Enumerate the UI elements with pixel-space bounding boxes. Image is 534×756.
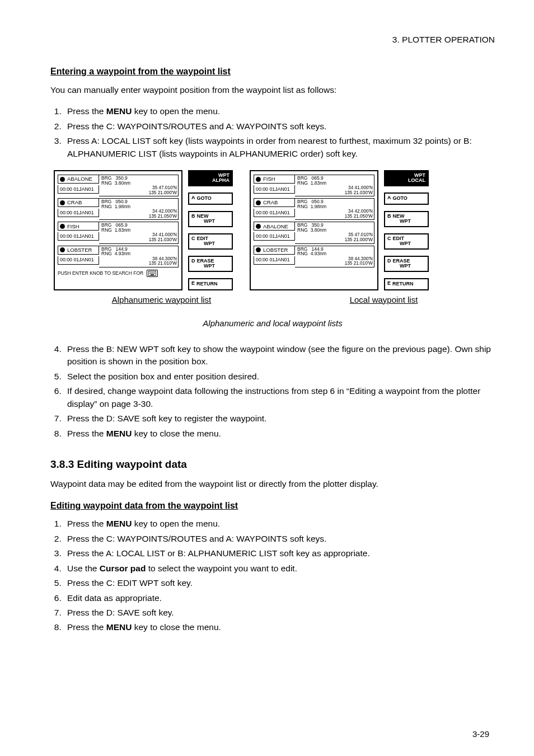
wpt-row: LOBSTERBRG 144.9RNG 4.93nm 00:00 01JAN01… — [254, 246, 374, 267]
steps-list-1: Press the MENU key to open the menu. Pre… — [50, 105, 495, 160]
section-heading-2: 3.8.3 Editing waypoint data — [50, 457, 495, 472]
wpt-row: ABALONEBRG 350.9RNG 3.80nm 00:00 01JAN01… — [58, 175, 179, 196]
waypoint-mark-icon — [256, 247, 261, 252]
softkey-header: WPTALPHA — [188, 170, 233, 186]
section-heading-3: Editing waypoint data from the waypoint … — [50, 499, 495, 512]
alphanumeric-panel: ABALONEBRG 350.9RNG 3.80nm 00:00 01JAN01… — [54, 170, 233, 290]
page-number: 3-29 — [472, 728, 489, 740]
steps-list-1b: Press the B: NEW WPT soft key to show th… — [50, 343, 495, 440]
wpt-row: ABALONEBRG 350.9RNG 3.80nm 00:00 01JAN01… — [254, 222, 374, 243]
local-panel: FISHBRG 065.9RNG 1.83nm 00:00 01JAN0134 … — [250, 170, 429, 290]
softkeys-local: WPTLOCAL AGOTO BNEW WPT CEDIT WPT DERASE… — [384, 170, 429, 290]
step: Press the MENU key to open the menu. — [64, 518, 495, 530]
step: Press the C: WAYPOINTS/ROUTES and A: WAY… — [64, 120, 495, 133]
figure-title: Alphanumeric and local waypoint lists — [50, 317, 495, 330]
softkey-d[interactable]: DERASE WPT — [188, 256, 233, 272]
search-prompt: PUSH ENTER KNOB TO SEARCH FOR — [58, 270, 179, 277]
keyboard-icon — [147, 270, 158, 277]
softkey-b[interactable]: BNEW WPT — [188, 211, 233, 227]
step: Edit data as appropriate. — [64, 592, 495, 604]
step: If desired, change waypoint data followi… — [64, 385, 495, 410]
intro-paragraph-2: Waypoint data may be edited from the way… — [50, 478, 495, 490]
step: Press the C: EDIT WPT soft key. — [64, 577, 495, 589]
waypoint-mark-icon — [60, 224, 65, 229]
waypoint-mark-icon — [60, 247, 65, 252]
softkey-a[interactable]: AGOTO — [384, 192, 429, 205]
softkey-e[interactable]: ERETURN — [384, 278, 429, 290]
step: Press the MENU key to close the menu. — [64, 621, 495, 633]
steps-list-3: Press the MENU key to open the menu. Pre… — [50, 518, 495, 634]
wpt-row: CRABBRG 050.9RNG 1.98nm 00:00 01JAN0134 … — [254, 198, 374, 220]
wpt-row: FISHBRG 065.9RNG 1.83nm 00:00 01JAN0134 … — [254, 175, 374, 196]
figure-captions: Alphanumeric waypoint list Local waypoin… — [50, 294, 495, 306]
caption-alpha: Alphanumeric waypoint list — [112, 295, 212, 304]
waypoint-mark-icon — [60, 200, 65, 205]
wpt-row: FISHBRG 065.9RNG 1.83nm 00:00 01JAN0134 … — [58, 222, 179, 243]
softkey-b[interactable]: BNEW WPT — [384, 211, 429, 227]
listbox-alpha: ABALONEBRG 350.9RNG 3.80nm 00:00 01JAN01… — [54, 170, 182, 290]
softkeys-alpha: WPTALPHA AGOTO BNEW WPT CEDIT WPT DERASE… — [188, 170, 233, 290]
step: Select the position box and enter positi… — [64, 370, 495, 383]
waypoint-mark-icon — [256, 177, 261, 182]
listbox-local: FISHBRG 065.9RNG 1.83nm 00:00 01JAN0134 … — [250, 170, 378, 290]
step: Press the C: WAYPOINTS/ROUTES and A: WAY… — [64, 533, 495, 545]
softkey-header: WPTLOCAL — [384, 170, 429, 186]
svg-rect-3 — [151, 274, 154, 275]
step: Press the D: SAVE soft key to register t… — [64, 412, 495, 425]
step: Press the MENU key to close the menu. — [64, 428, 495, 440]
waypoint-mark-icon — [256, 224, 261, 229]
waypoint-mark-icon — [256, 200, 261, 205]
intro-paragraph-1: You can manually enter waypoint position… — [50, 84, 495, 96]
softkey-c[interactable]: CEDIT WPT — [188, 233, 233, 250]
wpt-row: CRABBRG 050.9RNG 1.98nm 00:00 01JAN0134 … — [58, 198, 179, 220]
step: Press the MENU key to open the menu. — [64, 105, 495, 118]
softkey-c[interactable]: CEDIT WPT — [384, 233, 429, 250]
wpt-row: LOBSTERBRG 144.9RNG 4.93nm 00:00 01JAN01… — [58, 246, 179, 267]
waypoint-list-diagram: ABALONEBRG 350.9RNG 3.80nm 00:00 01JAN01… — [54, 170, 495, 290]
step: Press the B: NEW WPT soft key to show th… — [64, 343, 495, 368]
caption-local: Local waypoint list — [350, 295, 418, 304]
step: Use the Cursor pad to select the waypoin… — [64, 562, 495, 575]
running-header: 3. PLOTTER OPERATION — [50, 34, 495, 46]
section-heading-1: Entering a waypoint from the waypoint li… — [50, 65, 495, 78]
step: Press the D: SAVE soft key. — [64, 607, 495, 619]
softkey-a[interactable]: AGOTO — [188, 192, 233, 205]
step: Press A: LOCAL LIST soft key (lists wayp… — [64, 135, 495, 160]
step: Press the A: LOCAL LIST or B: ALPHANUMER… — [64, 547, 495, 560]
softkey-e[interactable]: ERETURN — [188, 278, 233, 290]
waypoint-mark-icon — [60, 177, 65, 182]
softkey-d[interactable]: DERASE WPT — [384, 256, 429, 272]
